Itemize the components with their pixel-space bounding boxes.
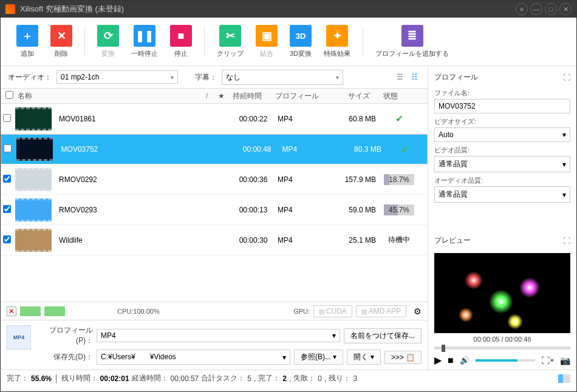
col-duration[interactable]: 持続時間 (230, 91, 273, 101)
file-size: 157.9 MB (332, 175, 381, 184)
view-list-icon[interactable]: ☰ (394, 72, 406, 82)
videosize-label: ビデオサイズ: (434, 117, 570, 126)
titlebar: Xilisoft 究極動画変換 (未登録) ≡ — □ ✕ (1, 1, 576, 18)
col-size[interactable]: サイズ (327, 91, 372, 101)
menu-button[interactable]: ≡ (516, 3, 528, 15)
row-checkbox[interactable] (3, 114, 11, 122)
status-bar: 完了：55.6%│ 残り時間：00:02:01 経過時間：00:00:57 合計… (1, 370, 576, 387)
duration: 00:00:30 (229, 236, 278, 245)
preview-time: 00:00:05 / 00:00:48 (434, 336, 570, 343)
settings-gear-icon[interactable]: ⚙ (414, 306, 422, 316)
effects-button[interactable]: ✦特殊効果 (320, 25, 354, 58)
col-profile[interactable]: プロフィール (273, 91, 327, 101)
row-checkbox[interactable] (3, 175, 11, 183)
gpu-label: GPU: (293, 308, 310, 315)
preview-slider[interactable] (434, 346, 570, 350)
stop-button[interactable]: ■停止 (166, 25, 196, 58)
subtitle-select[interactable]: なし▾ (222, 70, 343, 85)
audioquality-select[interactable]: 通常品質▾ (434, 186, 570, 203)
file-size: 59.0 MB (332, 206, 381, 214)
table-row[interactable]: RMOV029200:00:36MP4157.9 MB18.7% (1, 164, 428, 195)
audio-select[interactable]: 01 mp2-1ch▾ (56, 70, 178, 84)
preview-section-header: プレビュー ⛶ (434, 233, 570, 248)
file-list: MOV0186100:00:22MP460.8 MB✔MOV0375200:00… (1, 104, 428, 302)
profile-label: プロフィール(P)： (37, 325, 93, 346)
add-button[interactable]: ＋追加 (13, 25, 42, 58)
row-checkbox[interactable] (3, 235, 11, 243)
3d-button[interactable]: 3D3D変換 (286, 25, 315, 58)
file-name: RMOV0293 (56, 206, 202, 214)
col-star[interactable]: ★ (216, 92, 230, 100)
profile-section-header: プロフィール ⛶ (434, 70, 570, 85)
snapshot-icon[interactable]: 📷 (560, 356, 570, 365)
cuda-button[interactable]: ▧ CUDA (313, 305, 352, 317)
dest-input[interactable]: C:¥Users¥ ¥Videos▾ (97, 350, 290, 365)
window-title: Xilisoft 究極動画変換 (未登録) (20, 4, 513, 15)
profile: MP4 (278, 236, 332, 245)
done-check-icon: ✔ (395, 113, 403, 124)
file-name: Wildlife (56, 236, 202, 245)
thumbnail (15, 229, 52, 252)
thumbnail (15, 168, 52, 191)
app-logo-icon (5, 4, 15, 14)
more-button[interactable]: >>> 📋 (384, 351, 422, 364)
toolbar: ＋追加 ✕削除 ⟳変換 ❚❚一時停止 ■停止 ✂クリップ ▣結合 3D3D変換 … (1, 18, 576, 66)
dest-label: 保存先(D)： (37, 352, 93, 362)
thumbnail (16, 138, 53, 161)
add-profile-button[interactable]: ≣プロフィールを追加する (372, 25, 452, 58)
cpu-gpu-bar: ✕ CPU:100.00% GPU: ▧ CUDA ▧ AMD APP ⚙ (1, 302, 428, 320)
volume-slider[interactable] (476, 359, 535, 362)
view-detail-icon[interactable]: ☷ (408, 72, 420, 82)
col-name[interactable]: 名称 (15, 91, 203, 101)
profile-select[interactable]: MP4▾ (97, 329, 340, 342)
stop-icon[interactable]: ■ (448, 355, 454, 366)
status-text: 待機中 (388, 235, 410, 245)
row-checkbox[interactable] (3, 205, 11, 213)
convert-button[interactable]: ⟳変換 (94, 25, 123, 58)
progress-bar: 18.7% (384, 174, 414, 185)
profile: MP4 (282, 145, 336, 154)
delete-button[interactable]: ✕削除 (47, 25, 76, 58)
thumbnail (15, 198, 52, 221)
done-check-icon: ✔ (401, 144, 409, 155)
amd-button[interactable]: ▧ AMD APP (356, 305, 406, 317)
select-all-checkbox[interactable] (5, 91, 13, 99)
table-row[interactable]: Wildlife00:00:30MP425.1 MB待機中 (1, 225, 428, 255)
maximize-button[interactable]: □ (545, 3, 557, 15)
minimize-button[interactable]: — (530, 3, 542, 15)
table-row[interactable]: MOV0186100:00:22MP460.8 MB✔ (1, 104, 428, 134)
thumbnail (15, 107, 52, 130)
videosize-select[interactable]: Auto▾ (434, 127, 570, 142)
table-row[interactable]: MOV0375200:00:48MP480.3 MB✔ (1, 134, 428, 164)
stop-process-icon[interactable]: ✕ (7, 306, 16, 316)
profile: MP4 (278, 175, 332, 184)
profile-panel: MP4 プロフィール(P)： MP4▾ 名前をつけて保存... 保存先(D)： … (1, 320, 428, 370)
filter-bar: オーディオ： 01 mp2-1ch▾ 字幕： なし▾ ☰ ☷ (1, 66, 428, 88)
preview-pane (434, 253, 570, 333)
play-icon[interactable]: ▶ (434, 354, 442, 366)
fullscreen-icon[interactable]: ⛶★ (541, 356, 554, 365)
merge-button[interactable]: ▣結合 (252, 25, 281, 58)
audio-label: オーディオ： (8, 72, 52, 83)
clip-button[interactable]: ✂クリップ (213, 25, 247, 58)
pause-button[interactable]: ❚❚一時停止 (128, 25, 162, 58)
table-header: 名称 / ★ 持続時間 プロフィール サイズ 状態 (1, 88, 428, 104)
expand-preview-icon[interactable]: ⛶ (563, 237, 570, 245)
profile: MP4 (278, 206, 332, 214)
duration: 00:00:22 (229, 115, 278, 123)
save-as-button[interactable]: 名前をつけて保存... (344, 328, 422, 343)
file-name: RMOV0292 (56, 175, 202, 184)
row-checkbox[interactable] (4, 144, 12, 152)
audioquality-label: オーディオ品質: (434, 176, 570, 185)
volume-icon[interactable]: 🔊 (460, 356, 469, 365)
open-button[interactable]: 開く ▾ (347, 350, 380, 365)
filename-input[interactable]: MOV03752 (434, 99, 570, 113)
expand-profile-icon[interactable]: ⛶ (563, 73, 570, 82)
file-name: MOV03752 (59, 145, 205, 154)
videoquality-select[interactable]: 通常品質▾ (434, 156, 570, 172)
close-button[interactable]: ✕ (559, 3, 572, 15)
table-row[interactable]: RMOV029300:00:13MP459.0 MB45.7% (1, 195, 428, 225)
file-name: MOV01861 (56, 115, 202, 123)
col-status[interactable]: 状態 (372, 91, 409, 101)
browse-button[interactable]: 参照(B)... ▾ (294, 350, 343, 365)
